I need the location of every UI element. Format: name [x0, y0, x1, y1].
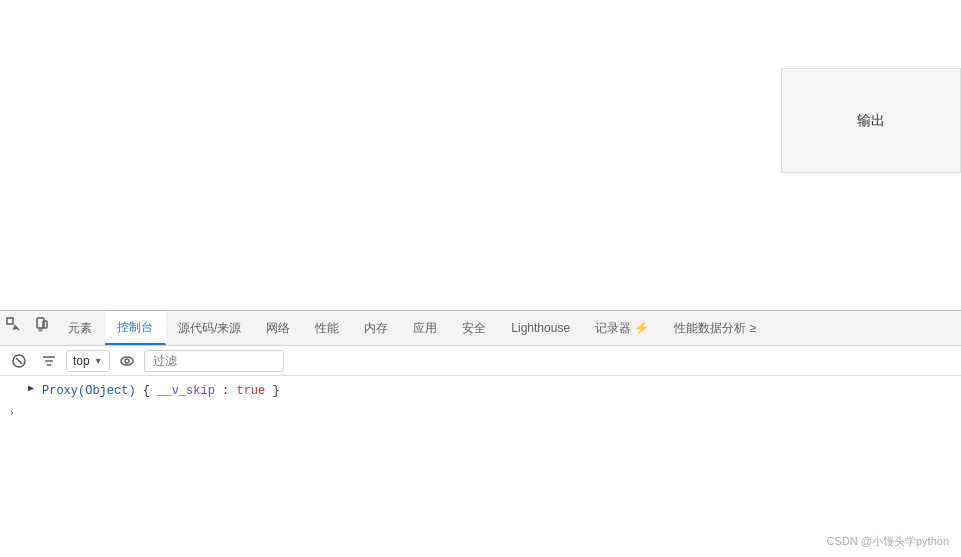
tab-recorder[interactable]: 记录器 ⚡ [583, 311, 662, 345]
devtools-tab-bar: 元素 控制台 源代码/来源 网络 性能 内存 应用 安全 Lighthouse … [0, 311, 961, 346]
devtools-panel: 元素 控制台 源代码/来源 网络 性能 内存 应用 安全 Lighthouse … [0, 310, 961, 557]
output-label: 输出 [857, 112, 885, 130]
console-chevron: › [10, 406, 14, 418]
console-entry-row: ▶ Proxy(Object) { __v_skip : true } [0, 380, 961, 402]
console-content: ▶ Proxy(Object) { __v_skip : true } › [0, 376, 961, 557]
svg-point-10 [125, 359, 129, 363]
output-box: 输出 [781, 68, 961, 173]
svg-rect-0 [7, 318, 13, 324]
tab-application[interactable]: 应用 [401, 311, 450, 345]
proxy-value: true [236, 384, 265, 398]
tab-security[interactable]: 安全 [450, 311, 499, 345]
tab-device-toggle-icon[interactable] [28, 311, 56, 339]
proxy-key: __v_skip [157, 384, 215, 398]
watermark: CSDN @小馒头学python [827, 534, 949, 549]
context-selector[interactable]: top ▼ [66, 350, 110, 372]
console-entry-text: Proxy(Object) { __v_skip : true } [42, 382, 961, 400]
svg-rect-3 [43, 321, 47, 328]
context-arrow: ▼ [94, 356, 103, 366]
tab-network[interactable]: 网络 [254, 311, 303, 345]
console-toolbar: top ▼ [0, 346, 961, 376]
tab-lighthouse[interactable]: Lighthouse [499, 311, 583, 345]
clear-console-button[interactable] [6, 348, 32, 374]
expand-arrow[interactable]: ▶ [28, 382, 42, 394]
console-input-row[interactable]: › [0, 402, 961, 422]
svg-point-9 [121, 357, 133, 365]
tab-performance[interactable]: 性能 [303, 311, 352, 345]
svg-line-5 [16, 358, 22, 364]
tab-console[interactable]: 控制台 [105, 311, 166, 345]
tab-perf-insights[interactable]: 性能数据分析 ≥ [662, 311, 769, 345]
eye-icon-button[interactable] [114, 348, 140, 374]
main-content: 输出 [0, 0, 961, 310]
context-label: top [73, 354, 90, 368]
filter-input[interactable] [144, 350, 284, 372]
tab-select-element-icon[interactable] [0, 311, 28, 339]
proxy-type: Proxy(Object) [42, 384, 136, 398]
tab-sources[interactable]: 源代码/来源 [166, 311, 254, 345]
svg-rect-2 [39, 329, 42, 331]
tab-elements[interactable]: 元素 [56, 311, 105, 345]
filter-toggle-button[interactable] [36, 348, 62, 374]
tab-memory[interactable]: 内存 [352, 311, 401, 345]
